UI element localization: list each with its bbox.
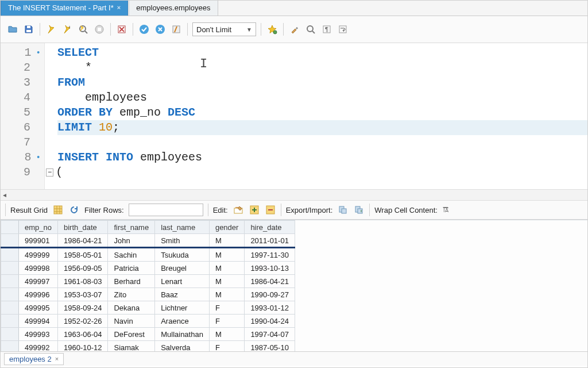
stop-icon[interactable] [93, 23, 106, 36]
table-row[interactable]: 4999951958-09-24DekanaLichtnerF1993-01-1… [1, 301, 295, 315]
cell[interactable]: 1990-04-24 [245, 315, 295, 328]
save-icon[interactable] [22, 23, 35, 36]
cell[interactable]: M [209, 328, 244, 341]
cell[interactable]: 1961-08-03 [57, 275, 108, 288]
result-grid-view-icon[interactable] [52, 204, 64, 216]
cell[interactable]: 499999 [19, 248, 58, 262]
sql-editor[interactable]: 1•2345678•9 I SELECT *FROM employeesORDE… [1, 43, 587, 189]
cell[interactable]: 499995 [19, 301, 58, 315]
close-icon[interactable]: × [117, 4, 121, 11]
find-icon[interactable] [304, 23, 317, 36]
rollback-icon[interactable] [154, 23, 167, 36]
editor-tab-secondary[interactable]: employees.employees [129, 0, 218, 16]
cell[interactable]: 499994 [19, 315, 58, 328]
scroll-left-icon[interactable]: ◂ [3, 191, 10, 199]
execute-icon[interactable] [45, 23, 57, 36]
invisible-chars-icon[interactable]: ¶ [320, 23, 333, 36]
explain-icon[interactable] [77, 23, 90, 36]
result-table[interactable]: emp_nobirth_datefirst_namelast_namegende… [1, 220, 295, 351]
cell[interactable]: Zito [108, 288, 155, 301]
code-line[interactable]: FROM [57, 75, 587, 90]
cell[interactable]: 1953-03-07 [57, 288, 108, 301]
row-selector[interactable] [1, 328, 19, 341]
code-line[interactable]: employees [57, 90, 587, 105]
edit-row-icon[interactable] [233, 204, 244, 216]
column-header[interactable]: first_name [108, 221, 155, 234]
cell[interactable]: 999901 [19, 234, 58, 248]
editor-horizontal-scrollbar[interactable]: ◂ [1, 189, 587, 201]
cell[interactable]: 1997-11-30 [245, 248, 295, 262]
cell[interactable]: Baaz [155, 288, 210, 301]
row-selector[interactable] [1, 234, 19, 248]
cell[interactable]: M [209, 248, 244, 262]
cell[interactable]: M [209, 234, 244, 248]
toggle-limit-icon[interactable] [170, 23, 183, 36]
cell[interactable]: 499998 [19, 262, 58, 275]
editor-code[interactable]: I SELECT *FROM employeesORDER BY emp_no … [45, 43, 587, 189]
code-line[interactable]: * [57, 60, 587, 75]
table-row[interactable]: 4999991958-05-01SachinTsukudaM1997-11-30 [1, 248, 295, 262]
column-header[interactable]: birth_date [57, 221, 108, 234]
cell[interactable]: Mullainathan [155, 328, 210, 341]
row-selector[interactable] [1, 288, 19, 301]
beautify-icon[interactable] [266, 23, 278, 36]
row-selector[interactable] [1, 275, 19, 288]
brush-icon[interactable] [288, 23, 301, 36]
cell[interactable]: Salverda [155, 341, 210, 352]
cell[interactable]: 1986-04-21 [57, 234, 108, 248]
close-icon[interactable]: × [55, 355, 59, 362]
add-row-icon[interactable] [249, 204, 260, 216]
cell[interactable]: 1993-10-13 [245, 262, 295, 275]
commit-icon[interactable] [138, 23, 150, 36]
cell[interactable]: Patricia [108, 262, 155, 275]
delete-row-icon[interactable] [265, 204, 276, 216]
table-row[interactable]: 4999931963-06-04DeForestMullainathanM199… [1, 328, 295, 341]
filter-rows-input[interactable] [129, 204, 203, 216]
cell[interactable]: 499993 [19, 328, 58, 341]
fold-icon[interactable]: − [46, 168, 53, 177]
code-line[interactable]: SELECT [57, 45, 587, 60]
code-line[interactable]: LIMIT 10; [57, 120, 587, 135]
table-row[interactable]: 4999941952-02-26NavinAraenceF1990-04-24 [1, 315, 295, 328]
cell[interactable]: Araence [155, 315, 210, 328]
column-header[interactable]: emp_no [19, 221, 58, 234]
code-line[interactable]: ORDER BY emp_no DESC [57, 105, 587, 120]
editor-tab-active[interactable]: The INSERT Statement - Part I* × [1, 0, 128, 16]
cell[interactable]: Tsukuda [155, 248, 210, 262]
cell[interactable]: 1963-06-04 [57, 328, 108, 341]
cell[interactable]: 1990-09-27 [245, 288, 295, 301]
cell[interactable]: John [108, 234, 155, 248]
table-row[interactable]: 4999921960-10-12SiamakSalverdaF1987-05-1… [1, 341, 295, 352]
cell[interactable]: 1993-01-12 [245, 301, 295, 315]
cell[interactable]: M [209, 262, 244, 275]
cell[interactable]: 1960-10-12 [57, 341, 108, 352]
cell[interactable]: Dekana [108, 301, 155, 315]
cell[interactable]: M [209, 275, 244, 288]
code-line[interactable] [57, 135, 587, 150]
cell[interactable]: Smith [155, 234, 210, 248]
cell[interactable]: 2011-01-01 [245, 234, 295, 248]
row-selector[interactable] [1, 301, 19, 315]
cell[interactable]: 1958-05-01 [57, 248, 108, 262]
export-icon[interactable] [337, 204, 349, 216]
column-header[interactable]: gender [209, 221, 244, 234]
cell[interactable]: Lenart [155, 275, 210, 288]
table-row[interactable]: 4999981956-09-05PatriciaBreugelM1993-10-… [1, 262, 295, 275]
open-file-icon[interactable] [6, 23, 19, 36]
column-header[interactable]: hire_date [245, 221, 295, 234]
cell[interactable]: Siamak [108, 341, 155, 352]
cell[interactable]: 1956-09-05 [57, 262, 108, 275]
table-row[interactable]: 4999971961-08-03BerhardLenartM1986-04-21 [1, 275, 295, 288]
cell[interactable]: 1997-04-07 [245, 328, 295, 341]
cell[interactable]: 499992 [19, 341, 58, 352]
result-tab[interactable]: employees 2 × [4, 353, 64, 365]
cell[interactable]: DeForest [108, 328, 155, 341]
cell[interactable]: F [209, 315, 244, 328]
cell[interactable]: M [209, 288, 244, 301]
cell[interactable]: 499997 [19, 275, 58, 288]
cell[interactable]: 1986-04-21 [245, 275, 295, 288]
cell[interactable]: 1958-09-24 [57, 301, 108, 315]
cell[interactable]: F [209, 301, 244, 315]
cell[interactable]: 499996 [19, 288, 58, 301]
code-line[interactable]: INSERT INTO employees [57, 150, 587, 165]
